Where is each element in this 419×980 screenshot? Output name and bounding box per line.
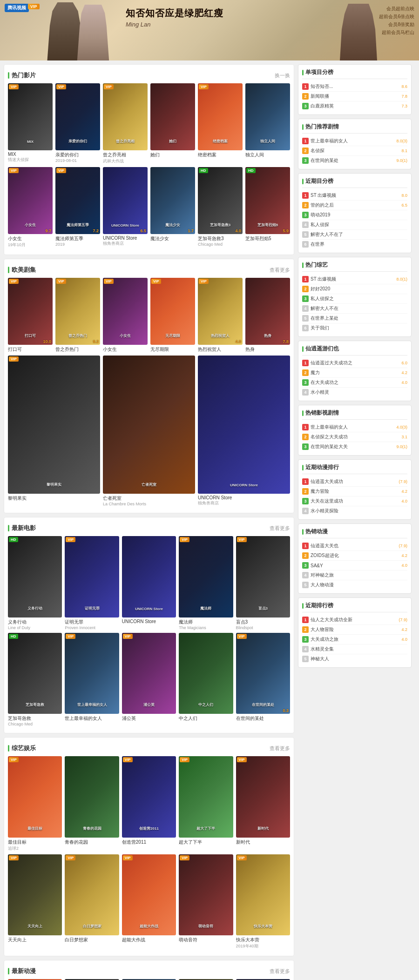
movie-card[interactable]: MIXVIPMIX情迷大侦探: [8, 83, 53, 164]
movie-card[interactable]: 热身7.8热身: [245, 278, 290, 353]
rank-item[interactable]: 4解密大人不在: [302, 304, 407, 314]
movie-card[interactable]: 小女生VIP小女生: [103, 278, 148, 353]
movie-card[interactable]: 魔法少女1.7魔法少女: [150, 167, 195, 248]
rank-item[interactable]: 2名侦探8.1: [302, 146, 407, 156]
variety-more[interactable]: 查看更多: [270, 745, 290, 752]
movie-card[interactable]: 最佳目标VIP最佳目标追球2: [8, 756, 62, 852]
movie-card[interactable]: 魔法师VIP魔法师The Magicians: [179, 536, 233, 630]
rank-item[interactable]: 4水精灵全集: [302, 644, 407, 654]
rank-item[interactable]: 3大关在这里成功4.0: [302, 497, 407, 506]
rank-item[interactable]: 1仙逍遥过大关成功之6.0: [302, 358, 407, 368]
movie-badge: HD: [9, 634, 18, 639]
movie-card[interactable]: 芝加哥急救3HD4.0芝加哥急救3Chicago Med: [198, 167, 243, 248]
movie-card[interactable]: 黎明果实VIP黎明果实: [8, 356, 100, 506]
movie-title: 小女生: [8, 235, 53, 242]
rank-item[interactable]: 3SA&Y4.0: [302, 561, 407, 571]
movie-card[interactable]: 萌动音符VIP萌动音符: [179, 854, 233, 950]
site-logo[interactable]: 腾讯视频: [5, 4, 29, 12]
movie-card[interactable]: 亡者死室亡者死室La Chambre Des Morts: [103, 356, 195, 506]
rank-item[interactable]: 2魔力冒险4.2: [302, 487, 407, 497]
rank-item[interactable]: 3在世间的某处9.0(1): [302, 156, 407, 165]
movie-badge: VIP: [199, 84, 209, 89]
rank-item[interactable]: 4水小精灵探险: [302, 506, 407, 516]
movie-card[interactable]: 曾之乔亮相VIP曾之乔亮相武林大作战: [103, 83, 148, 164]
popular-movies-more[interactable]: 换一换: [275, 72, 290, 79]
rank-item[interactable]: 2名侦探之大关成功3.1: [302, 432, 407, 442]
movie-card[interactable]: 亲爱的你们VIP亲爱的你们2019-08-01: [55, 83, 100, 164]
movie-card[interactable]: 独立人间独立人间: [245, 83, 290, 164]
rank-item[interactable]: 5解密大人不在了: [302, 230, 407, 240]
rank-item[interactable]: 1仙逍遥大关成功(7.9): [302, 477, 407, 487]
european-more[interactable]: 查看更多: [270, 267, 290, 274]
movie-card[interactable]: 热烈祝贺人VIP4.0热烈祝贺人: [198, 278, 243, 353]
rank-item[interactable]: 2魔力4.2: [302, 368, 407, 378]
movie-card[interactable]: 世上最幸福的女人VIP世上最幸福的女人: [65, 633, 119, 727]
rank-item[interactable]: 4水小精灵: [302, 388, 407, 397]
rank-item[interactable]: 2管的的之后6.5: [302, 201, 407, 210]
movie-card[interactable]: 快乐大本营VIP快乐大本营2019年40期: [236, 854, 290, 950]
rank-item[interactable]: 6在世界: [302, 240, 407, 249]
movie-card[interactable]: 小女生VIP9.7小女生19年10月: [8, 167, 53, 248]
rank-item[interactable]: 1仙人之大关成功全新(7.9): [302, 615, 407, 625]
movie-card[interactable]: 天天向上VIP天天向上: [8, 854, 62, 950]
rank-item[interactable]: 1ST 出爆视频8.0: [302, 191, 407, 201]
rank-item[interactable]: 1ST 出爆视频8.0(1): [302, 275, 407, 284]
rank-item[interactable]: 2新闻联播7.8: [302, 92, 407, 101]
rank-item[interactable]: 5在世界上某处: [302, 314, 407, 323]
rank-item[interactable]: 4私人侦探: [302, 220, 407, 230]
rank-item[interactable]: 5神秘大人: [302, 654, 407, 664]
european-grid-2: 黎明果实VIP黎明果实亡者死室亡者死室La Chambre Des MortsU…: [8, 356, 290, 506]
rank-title: 水精灵全集: [311, 646, 405, 652]
movie-card[interactable]: 芝加哥烈焰5HD5.9芝加哥烈焰5: [245, 167, 290, 248]
movie-card[interactable]: 浦公英VIP浦公英: [122, 633, 176, 727]
rank-score: 6.5: [401, 203, 407, 208]
rank-item[interactable]: 5大人物动漫: [302, 580, 407, 590]
movie-card[interactable]: 打口可VIP10.0打口可: [8, 278, 53, 353]
movie-score: 9.2: [93, 339, 99, 344]
anime-title: 最新动漫: [8, 967, 36, 975]
movie-badge: VIP: [9, 84, 19, 89]
movie-card[interactable]: 青春的花园青春的花园: [65, 756, 119, 852]
movie-card[interactable]: 中之人们中之人们: [179, 633, 233, 727]
rank-item[interactable]: 1知否知否...8.6: [302, 82, 407, 92]
movie-card[interactable]: 曾之乔热门VIP9.2曾之乔热门: [55, 278, 100, 353]
rank-item[interactable]: 4对神秘之旅: [302, 571, 407, 580]
rank-item[interactable]: 2好好2020: [302, 284, 407, 294]
action-more[interactable]: 查看更多: [270, 525, 290, 532]
movie-card[interactable]: 无尽期限VIP无尽期限: [150, 278, 195, 353]
movie-card[interactable]: 新时代VIP新时代: [236, 756, 290, 852]
movie-card[interactable]: 她们她们: [150, 83, 195, 164]
poster-title-overlay: 曾之乔亮相: [104, 139, 147, 144]
rank-item[interactable]: 3白鹿原精英7.3: [302, 101, 407, 111]
main-container: 热门影片 换一换 MIXVIPMIX情迷大侦探亲爱的你们VIP亲爱的你们2019…: [0, 60, 419, 980]
rank-item[interactable]: 3私人侦探之: [302, 294, 407, 304]
movie-card[interactable]: 证明无罪VIP证明无罪Proven Innocent: [65, 536, 119, 630]
rank-item[interactable]: 6关于我们: [302, 323, 407, 333]
rank-item[interactable]: 2ZOIDS超进化4.2: [302, 551, 407, 561]
movie-card[interactable]: UNICORN StoreUNICORN Store: [122, 536, 176, 630]
movie-card[interactable]: 白日梦想家VIP白日梦想家: [65, 854, 119, 950]
movie-card[interactable]: UNICORN StoreUNICORN Store独角兽商店: [198, 356, 290, 506]
movie-card[interactable]: 芝加哥急救HD芝加哥急救Chicago Med: [8, 633, 62, 727]
rank-item[interactable]: 3在大关成功之4.0: [302, 378, 407, 388]
movie-card[interactable]: 创造营2011VIP创造营2011: [122, 756, 176, 852]
movie-card[interactable]: 盲点3VIP盲点3Blindspot: [236, 536, 290, 630]
movie-card[interactable]: 在世间的某处VIP0.3在世间的某处: [236, 633, 290, 727]
rank-item[interactable]: 3在世间的某处大关9.0(1): [302, 442, 407, 451]
rank-item[interactable]: 1世上最幸福的女人8.0(3): [302, 136, 407, 146]
rank-item[interactable]: 2大人物冒险4.2: [302, 625, 407, 635]
movie-card[interactable]: UNICORN Store6.5UNICORN Store独角兽商店: [103, 167, 148, 248]
movie-card[interactable]: 义务行动HD义务行动Line of Duty: [8, 536, 62, 630]
movie-card[interactable]: 魔法师第五季VIP7.2魔法师第五季2019: [55, 167, 100, 248]
rank-score: 4.0: [401, 563, 407, 568]
movie-card[interactable]: 超大了下半VIP超大了下半: [179, 756, 233, 852]
rank-item[interactable]: 1世上最幸福的女人4.0(3): [302, 423, 407, 432]
movie-card[interactable]: 超能大作战VIP超能大作战: [122, 854, 176, 950]
poster-title-overlay: 在世间的某处: [237, 702, 289, 707]
rank-item[interactable]: 3大关成功之旅4.0: [302, 635, 407, 644]
rank-item[interactable]: 1仙逍遥大关也(7.9): [302, 541, 407, 551]
anime-more[interactable]: 查看更多: [270, 968, 290, 975]
movie-card[interactable]: 绝密档案VIP绝密档案: [198, 83, 243, 164]
rank-item[interactable]: 3萌动2019: [302, 210, 407, 220]
movie-title: 无尽期限: [150, 346, 195, 353]
